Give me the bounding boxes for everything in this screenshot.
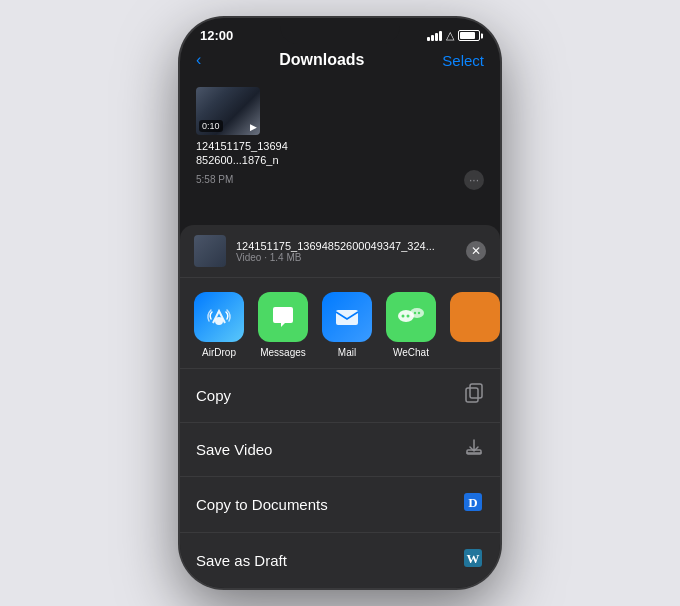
airdrop-icon — [194, 292, 244, 342]
selected-file-name: 124151175_13694852600049347_324... — [236, 240, 456, 252]
close-icon: ✕ — [471, 244, 481, 258]
save-as-draft-label: Save as Draft — [196, 552, 287, 569]
share-apps-row: AirDrop Messages Mail — [180, 278, 500, 368]
svg-point-4 — [402, 315, 405, 318]
nav-bar: ‹ Downloads Select — [180, 47, 500, 77]
share-app-more[interactable] — [450, 292, 500, 342]
save-video-action[interactable]: Save Video — [180, 423, 500, 477]
share-app-messages[interactable]: Messages — [258, 292, 308, 358]
more-button[interactable]: ··· — [464, 170, 484, 190]
file-name-line1: 124151175_13694 — [196, 139, 288, 153]
copy-to-documents-action[interactable]: Copy to Documents D — [180, 477, 500, 533]
back-button[interactable]: ‹ — [196, 51, 201, 69]
airdrop-label: AirDrop — [202, 347, 236, 358]
selected-file-thumbnail — [194, 235, 226, 267]
more-icon: ··· — [469, 173, 479, 187]
action-list: Copy Save Video — [180, 368, 500, 588]
video-type-icon: ▶ — [250, 122, 257, 132]
share-app-wechat[interactable]: WeChat — [386, 292, 436, 358]
page-title: Downloads — [279, 51, 364, 69]
svg-rect-9 — [470, 384, 482, 398]
svg-rect-1 — [336, 310, 358, 325]
status-time: 12:00 — [200, 28, 233, 43]
copy-icon — [464, 383, 484, 408]
copy-label: Copy — [196, 387, 231, 404]
mail-label: Mail — [338, 347, 356, 358]
select-button[interactable]: Select — [442, 52, 484, 69]
copy-to-documents-label: Copy to Documents — [196, 496, 328, 513]
save-as-draft-icon: W — [462, 547, 484, 574]
svg-point-6 — [414, 312, 416, 314]
wechat-label: WeChat — [393, 347, 429, 358]
share-sheet: 124151175_13694852600049347_324... Video… — [180, 225, 500, 588]
svg-point-7 — [418, 312, 420, 314]
file-thumbnail: 0:10 ▶ — [196, 87, 260, 135]
file-time: 5:58 PM — [196, 174, 233, 185]
save-as-draft-action[interactable]: Save as Draft W — [180, 533, 500, 588]
svg-point-3 — [410, 308, 424, 318]
more-apps-icon — [450, 292, 500, 342]
share-app-airdrop[interactable]: AirDrop — [194, 292, 244, 358]
close-button[interactable]: ✕ — [466, 241, 486, 261]
svg-point-5 — [407, 315, 410, 318]
svg-text:W: W — [467, 551, 480, 566]
notch — [280, 18, 400, 44]
svg-rect-8 — [461, 303, 489, 331]
svg-rect-10 — [466, 388, 478, 402]
status-icons: △ — [427, 29, 480, 42]
phone-frame: 12:00 △ ‹ Downloads Select 0:10 ▶ — [180, 18, 500, 588]
messages-icon — [258, 292, 308, 342]
selected-file-info: 124151175_13694852600049347_324... Video… — [236, 240, 456, 263]
save-video-icon — [464, 437, 484, 462]
file-item: 0:10 ▶ 124151175_13694 852600...1876_n 5… — [196, 87, 484, 190]
copy-action[interactable]: Copy — [180, 369, 500, 423]
wechat-icon — [386, 292, 436, 342]
selected-file-row: 124151175_13694852600049347_324... Video… — [180, 225, 500, 278]
file-name-line2: 852600...1876_n — [196, 153, 279, 167]
selected-file-size: Video · 1.4 MB — [236, 252, 456, 263]
signal-icon — [427, 31, 442, 41]
messages-label: Messages — [260, 347, 306, 358]
share-app-mail[interactable]: Mail — [322, 292, 372, 358]
battery-icon — [458, 30, 480, 41]
save-video-label: Save Video — [196, 441, 272, 458]
wifi-icon: △ — [446, 29, 454, 42]
copy-to-documents-icon: D — [462, 491, 484, 518]
content-area: 0:10 ▶ 124151175_13694 852600...1876_n 5… — [180, 77, 500, 204]
svg-rect-11 — [467, 450, 481, 454]
duration-badge: 0:10 — [199, 120, 223, 132]
mail-icon — [322, 292, 372, 342]
svg-text:D: D — [468, 495, 477, 510]
